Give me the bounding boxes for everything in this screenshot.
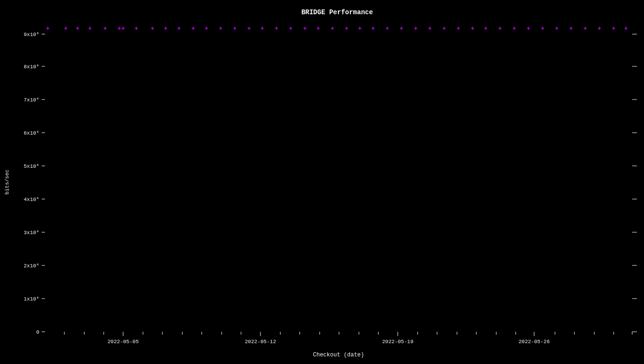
svg-text:+: + <box>177 25 181 32</box>
svg-text:8x10⁹: 8x10⁹ <box>24 64 39 70</box>
svg-text:+: + <box>164 25 168 32</box>
svg-text:+: + <box>583 25 587 32</box>
svg-text:+: + <box>358 25 362 32</box>
svg-text:+: + <box>205 25 208 32</box>
x-tick-label-3: 2022-05-19 <box>382 339 413 345</box>
svg-text:4x10⁹: 4x10⁹ <box>24 197 39 202</box>
svg-text:+: + <box>103 25 107 32</box>
svg-text:+: + <box>456 25 460 32</box>
svg-text:+: + <box>484 25 488 32</box>
svg-text:+: + <box>612 25 616 32</box>
svg-text:+: + <box>400 25 403 32</box>
svg-text:+: + <box>191 25 195 32</box>
svg-rect-0 <box>0 0 644 364</box>
svg-text:+: + <box>428 25 432 32</box>
svg-text:+: + <box>233 25 237 32</box>
svg-text:+: + <box>247 25 251 32</box>
svg-text:5x10⁹: 5x10⁹ <box>24 164 39 169</box>
svg-text:+: + <box>303 25 307 32</box>
svg-text:+: + <box>316 25 320 32</box>
svg-text:+: + <box>569 25 573 32</box>
svg-text:6x10⁹: 6x10⁹ <box>24 130 39 136</box>
svg-text:0: 0 <box>36 329 39 335</box>
svg-text:+: + <box>527 25 530 32</box>
svg-text:+: + <box>512 25 516 32</box>
svg-text:+: + <box>46 25 50 32</box>
svg-text:+: + <box>624 25 628 32</box>
svg-text:+: + <box>64 25 68 32</box>
chart-title: BRIDGE Performance <box>301 9 373 16</box>
svg-text:+: + <box>442 25 446 32</box>
svg-text:+: + <box>345 25 349 32</box>
svg-text:+: + <box>331 25 334 32</box>
svg-text:+: + <box>471 25 474 32</box>
x-tick-label-2: 2022-05-12 <box>245 339 276 345</box>
chart-container: BRIDGE Performance bits/sec 0 1x10⁹ 2x10… <box>0 0 644 364</box>
svg-text:+: + <box>414 25 418 32</box>
svg-text:9x10⁹: 9x10⁹ <box>24 32 39 37</box>
svg-text:+: + <box>88 25 92 32</box>
svg-text:+: + <box>275 25 278 32</box>
svg-text:2x10⁹: 2x10⁹ <box>24 263 39 269</box>
y-axis-label: bits/sec <box>4 170 10 195</box>
svg-text:+: + <box>260 25 264 32</box>
svg-text:+: + <box>121 25 125 32</box>
x-tick-label-4: 2022-05-26 <box>519 339 550 345</box>
svg-text:+: + <box>117 25 121 32</box>
svg-text:+: + <box>555 25 559 32</box>
svg-text:+: + <box>498 25 502 32</box>
svg-text:+: + <box>289 25 293 32</box>
svg-text:1x10⁹: 1x10⁹ <box>24 296 39 302</box>
svg-text:+: + <box>76 25 80 32</box>
svg-text:+: + <box>219 25 223 32</box>
x-axis-label: Checkout (date) <box>313 352 364 358</box>
svg-text:+: + <box>134 25 138 32</box>
svg-text:+: + <box>151 25 154 32</box>
svg-text:+: + <box>541 25 545 32</box>
svg-text:+: + <box>385 25 389 32</box>
svg-text:7x10⁹: 7x10⁹ <box>24 97 39 103</box>
svg-text:3x10⁹: 3x10⁹ <box>24 230 39 236</box>
x-tick-label-1: 2022-05-05 <box>107 339 139 345</box>
svg-text:+: + <box>598 25 601 32</box>
svg-text:+: + <box>371 25 375 32</box>
